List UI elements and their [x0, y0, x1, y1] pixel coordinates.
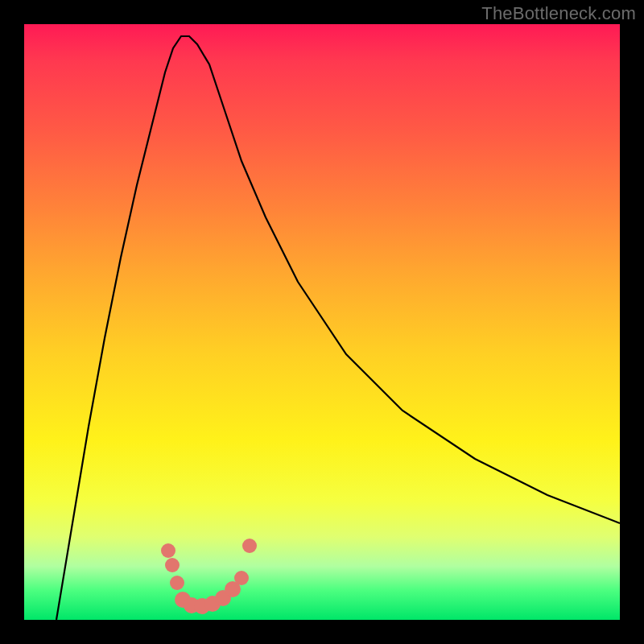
left-dot-1	[161, 543, 175, 558]
chart-frame: TheBottleneck.com	[0, 0, 644, 644]
bottleneck-curve	[56, 36, 620, 620]
marker-group	[161, 539, 257, 614]
watermark-text: TheBottleneck.com	[481, 3, 636, 24]
left-dot-3	[170, 576, 184, 590]
left-dot-2	[165, 558, 180, 572]
curve-layer	[24, 24, 620, 620]
plot-area	[24, 24, 620, 620]
right-dot-1	[234, 571, 249, 585]
right-dot-2	[242, 539, 257, 553]
